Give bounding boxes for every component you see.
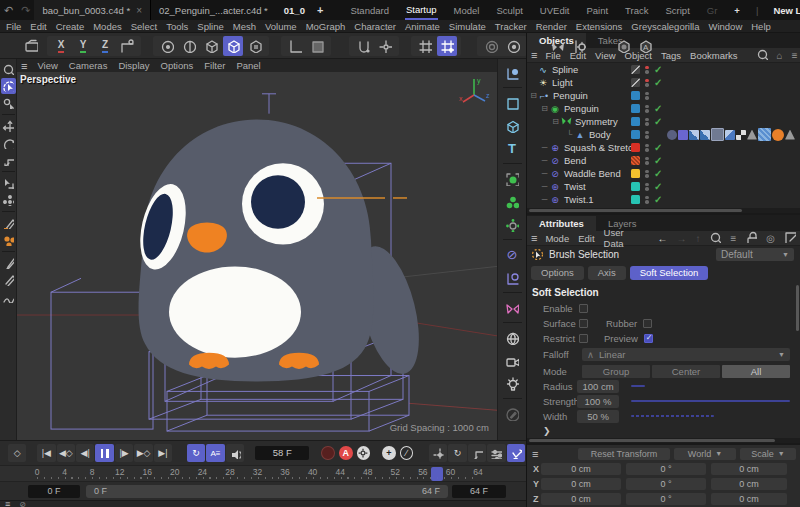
menu-item[interactable]: Greyscalegorilla: [631, 21, 699, 32]
menu-item[interactable]: File: [6, 21, 21, 32]
key-rotation-icon[interactable]: ↻: [448, 444, 466, 462]
layer-color-swatch[interactable]: [631, 169, 640, 178]
object-axis-button[interactable]: [285, 36, 305, 56]
tag-icon[interactable]: [747, 130, 757, 140]
reset-transform-button[interactable]: Reset Transform: [578, 448, 670, 460]
om-search-icon[interactable]: [756, 48, 768, 62]
tab-options[interactable]: Options: [531, 266, 584, 280]
pen-tool-icon[interactable]: [1, 215, 16, 231]
redo-icon[interactable]: ↷: [17, 4, 34, 17]
sculpt-tool-icon[interactable]: [1, 289, 16, 305]
enabled-check-icon[interactable]: ✓: [654, 142, 662, 153]
tag-icon[interactable]: [689, 130, 699, 140]
scale-mode-dropdown[interactable]: Scale▼: [740, 448, 796, 460]
enable-checkbox[interactable]: [579, 304, 588, 313]
record-rotation-button[interactable]: ∕: [400, 446, 414, 460]
layout-tab-paint[interactable]: Paint: [585, 2, 609, 19]
preview-checkbox[interactable]: [644, 334, 653, 343]
menu-item[interactable]: Character: [354, 21, 396, 32]
track-element-icon[interactable]: ◎: [766, 233, 775, 244]
autokey-record-button[interactable]: A: [339, 446, 353, 460]
cube-object-icon[interactable]: [501, 115, 524, 136]
viewport-menu-item[interactable]: Options: [161, 60, 194, 71]
menu-item[interactable]: Simulate: [449, 21, 486, 32]
coords-menu-icon[interactable]: ≡: [532, 448, 537, 460]
record-position-button[interactable]: +: [382, 446, 396, 460]
menu-item[interactable]: Animate: [405, 21, 440, 32]
knife-tool-icon[interactable]: [1, 272, 16, 288]
z-axis-lock-button[interactable]: Z: [95, 36, 115, 56]
object-row-penguin-null[interactable]: ⊟ ⌐• Penguin: [527, 89, 800, 102]
falloff-radial-button[interactable]: [503, 36, 523, 56]
previous-frame-button[interactable]: ◀|: [76, 444, 94, 462]
visibility-dots[interactable]: [645, 183, 649, 191]
go-up-icon[interactable]: ↑: [695, 233, 700, 244]
spline-points-tool-icon[interactable]: [1, 232, 16, 248]
collapse-icon[interactable]: ⊟: [551, 117, 560, 126]
strength-field[interactable]: 100 %: [577, 395, 619, 408]
object-row-squash[interactable]: ─ ⊕ Squash & Stretch ✓: [527, 141, 800, 154]
goto-start-button[interactable]: |◀: [37, 444, 55, 462]
polygons-mode-button[interactable]: [201, 36, 221, 56]
tweak-tool-icon[interactable]: [1, 95, 16, 111]
auto-snap-button[interactable]: A: [635, 36, 655, 56]
expand-more-icon[interactable]: ❯: [527, 424, 800, 438]
light-object-icon[interactable]: [501, 373, 524, 394]
visibility-dots[interactable]: [645, 66, 649, 74]
history-back-icon[interactable]: ←: [657, 233, 667, 244]
history-forward-icon[interactable]: →: [676, 233, 686, 244]
material-menu-icon[interactable]: ≡: [5, 501, 9, 507]
move-tool-icon[interactable]: [1, 118, 16, 134]
document-tab-3[interactable]: 01_0: [276, 0, 313, 20]
attr-menu-mode[interactable]: Mode: [545, 233, 569, 244]
tag-icon[interactable]: [736, 130, 746, 140]
object-row-twist1[interactable]: ─ ⊛ Twist.1 ✓: [527, 193, 800, 206]
points-mode-button[interactable]: [157, 36, 177, 56]
viewport-canvas[interactable]: [17, 72, 497, 440]
enabled-check-icon[interactable]: ✓: [654, 155, 662, 166]
key-position-icon[interactable]: [429, 444, 447, 462]
tag-icon[interactable]: [678, 130, 688, 140]
bend-deformer-icon[interactable]: ⊘: [501, 244, 524, 265]
tag-icon[interactable]: [772, 129, 784, 141]
next-key-button[interactable]: ▶◇: [134, 444, 152, 462]
null-object-icon[interactable]: [501, 62, 524, 83]
edges-mode-button[interactable]: [179, 36, 199, 56]
menu-item[interactable]: Select: [131, 21, 157, 32]
timeline-playhead[interactable]: [431, 467, 443, 481]
lock-icon[interactable]: [745, 231, 757, 245]
attributes-vscrollbar[interactable]: [796, 285, 799, 331]
enabled-check-icon[interactable]: ✓: [654, 168, 662, 179]
restrict-checkbox[interactable]: [579, 334, 588, 343]
enabled-check-icon[interactable]: ✓: [654, 181, 662, 192]
texture-mode-button[interactable]: [245, 36, 265, 56]
layout-tab-startup[interactable]: Startup: [405, 1, 438, 20]
mode-group-button[interactable]: Group: [582, 365, 650, 378]
preset-dropdown[interactable]: Default ▼: [716, 248, 794, 261]
object-row-penguin-sds[interactable]: ⊟ ◉ Penguin ✓: [527, 102, 800, 115]
viewport-menu-item[interactable]: View: [37, 60, 57, 71]
keyframe-selection-button[interactable]: [357, 446, 371, 460]
y-axis-lock-button[interactable]: Y: [73, 36, 93, 56]
viewport[interactable]: ≡ View Cameras Display Options Filter Pa…: [17, 59, 497, 440]
layout-tab-script[interactable]: Script: [665, 2, 691, 19]
layout-tab-model[interactable]: Model: [453, 2, 481, 19]
visibility-dots[interactable]: [645, 79, 649, 87]
menu-item[interactable]: Modes: [93, 21, 122, 32]
record-keyframe-button[interactable]: [321, 446, 335, 460]
camera-object-icon[interactable]: [501, 350, 524, 371]
x-scale-field[interactable]: 0 cm: [711, 463, 787, 475]
x-axis-lock-button[interactable]: X: [51, 36, 71, 56]
menu-item[interactable]: Edit: [30, 21, 46, 32]
y-position-field[interactable]: 0 cm: [541, 478, 621, 490]
menu-item[interactable]: Render: [536, 21, 567, 32]
next-frame-button[interactable]: |▶: [115, 444, 133, 462]
object-row-body[interactable]: └ ▲ Body: [527, 128, 800, 141]
strength-slider[interactable]: [631, 400, 790, 402]
attr-menu-userdata[interactable]: User Data: [604, 227, 640, 249]
z-position-field[interactable]: 0 cm: [541, 493, 621, 505]
visibility-dots[interactable]: [645, 105, 649, 113]
live-selection-tool-icon[interactable]: [1, 78, 16, 94]
object-row-symmetry[interactable]: ⊟ Symmetry ✓: [527, 115, 800, 128]
enabled-check-icon[interactable]: ✓: [654, 64, 662, 75]
